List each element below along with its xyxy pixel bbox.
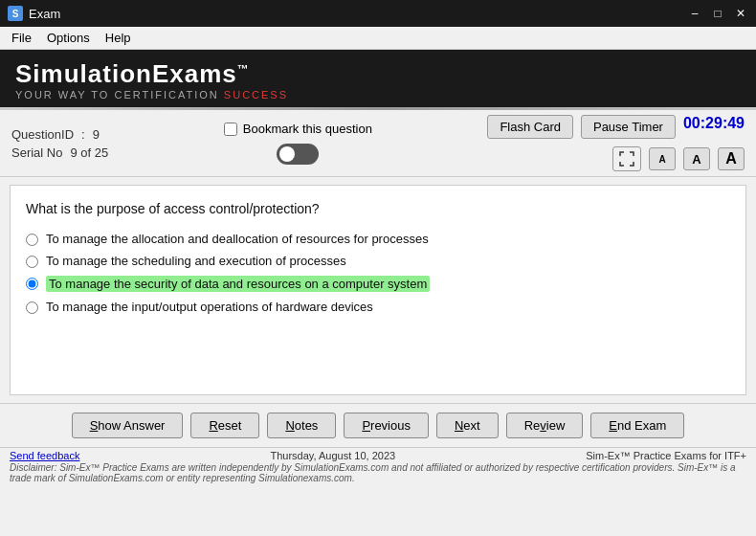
serial-value: 9 of 25 bbox=[70, 145, 108, 160]
next-button[interactable]: Next bbox=[436, 413, 499, 438]
icon-row: A A A bbox=[612, 146, 745, 171]
menu-help[interactable]: Help bbox=[98, 29, 139, 47]
fullscreen-icon bbox=[619, 151, 634, 167]
review-button[interactable]: Review bbox=[506, 413, 584, 438]
option-3-text[interactable]: To manage the security of data and resou… bbox=[46, 276, 430, 292]
option-4: To manage the input/output operations of… bbox=[26, 300, 730, 314]
info-right: Flash Card Pause Timer 00:29:49 A A A bbox=[487, 115, 745, 171]
end-exam-button[interactable]: End Exam bbox=[590, 413, 684, 438]
button-bar: Show Answer Reset Notes Previous Next Re… bbox=[0, 403, 756, 447]
status-top: Send feedback Thursday, August 10, 2023 … bbox=[10, 450, 746, 461]
bookmark-label: Bookmark this question bbox=[243, 122, 372, 136]
top-btn-row: Flash Card Pause Timer 00:29:49 bbox=[487, 115, 745, 139]
title-bar-title: Exam bbox=[29, 7, 60, 21]
send-feedback-link[interactable]: Send feedback bbox=[10, 450, 79, 461]
option-2-text[interactable]: To manage the scheduling and execution o… bbox=[46, 254, 346, 268]
app-icon: S bbox=[8, 6, 23, 21]
title-bar: S Exam – □ ✕ bbox=[0, 0, 756, 27]
previous-button[interactable]: Previous bbox=[344, 413, 429, 438]
status-bar: Send feedback Thursday, August 10, 2023 … bbox=[0, 447, 756, 485]
flash-card-button[interactable]: Flash Card bbox=[487, 115, 573, 139]
option-3: To manage the security of data and resou… bbox=[26, 276, 730, 292]
pause-timer-button[interactable]: Pause Timer bbox=[581, 115, 676, 139]
question-id-label: QuestionID bbox=[11, 127, 74, 142]
logo-area: SimulationExams™ YOUR WAY TO CERTIFICATI… bbox=[0, 50, 756, 107]
bookmark-checkbox[interactable] bbox=[224, 123, 237, 136]
serial-row: Serial No 9 of 25 bbox=[11, 145, 108, 160]
reset-button[interactable]: Reset bbox=[190, 413, 259, 438]
info-left: QuestionID : 9 Serial No 9 of 25 bbox=[11, 127, 108, 160]
question-id-value: 9 bbox=[93, 127, 100, 142]
status-date: Thursday, August 10, 2023 bbox=[270, 450, 395, 461]
toggle-row bbox=[277, 144, 319, 165]
show-answer-button[interactable]: Show Answer bbox=[72, 413, 184, 438]
timer-display: 00:29:49 bbox=[683, 115, 745, 139]
logo-title: SimulationExams™ bbox=[15, 59, 741, 89]
status-disclaimer: Disclaimer: Sim-Ex™ Practice Exams are w… bbox=[10, 462, 746, 483]
option-1: To manage the allocation and deallocatio… bbox=[26, 232, 730, 246]
logo-subtitle: YOUR WAY TO CERTIFICATION SUCCESS bbox=[15, 89, 741, 100]
notes-button[interactable]: Notes bbox=[267, 413, 336, 438]
option-3-radio[interactable] bbox=[26, 278, 38, 290]
status-product: Sim-Ex™ Practice Exams for ITF+ bbox=[586, 450, 746, 461]
option-1-radio[interactable] bbox=[26, 234, 38, 246]
option-1-text[interactable]: To manage the allocation and deallocatio… bbox=[46, 232, 429, 246]
fullscreen-button[interactable] bbox=[612, 146, 641, 171]
font-large-button[interactable]: A bbox=[718, 147, 745, 170]
question-text: What is the purpose of access control/pr… bbox=[26, 201, 730, 216]
option-4-text[interactable]: To manage the input/output operations of… bbox=[46, 300, 373, 314]
option-4-radio[interactable] bbox=[26, 302, 38, 314]
info-bar: QuestionID : 9 Serial No 9 of 25 Bookmar… bbox=[0, 110, 756, 177]
option-2-radio[interactable] bbox=[26, 256, 38, 268]
serial-label: Serial No bbox=[11, 145, 62, 160]
minimize-button[interactable]: – bbox=[687, 6, 702, 21]
toggle-switch[interactable] bbox=[277, 144, 319, 165]
menu-file[interactable]: File bbox=[4, 29, 39, 47]
title-bar-controls: – □ ✕ bbox=[687, 6, 748, 21]
font-small-button[interactable]: A bbox=[649, 147, 676, 170]
option-2: To manage the scheduling and execution o… bbox=[26, 254, 730, 268]
title-bar-left: S Exam bbox=[8, 6, 60, 21]
menu-bar: File Options Help bbox=[0, 27, 756, 50]
font-medium-button[interactable]: A bbox=[683, 147, 710, 170]
question-area: What is the purpose of access control/pr… bbox=[10, 185, 746, 395]
question-id-row: QuestionID : 9 bbox=[11, 127, 108, 142]
menu-options[interactable]: Options bbox=[39, 29, 98, 47]
bookmark-row: Bookmark this question bbox=[224, 122, 372, 136]
info-center: Bookmark this question bbox=[224, 122, 372, 165]
close-button[interactable]: ✕ bbox=[733, 6, 748, 21]
maximize-button[interactable]: □ bbox=[710, 6, 725, 21]
